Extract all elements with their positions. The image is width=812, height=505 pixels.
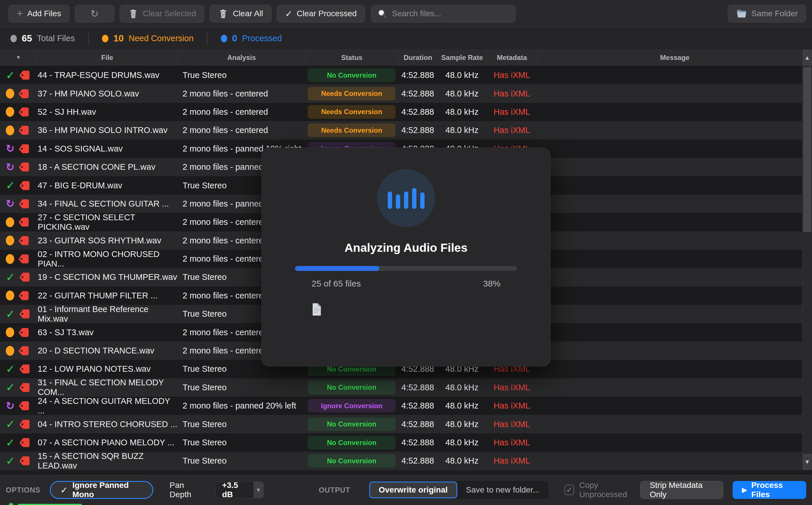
chevron-down-icon: ▾ xyxy=(254,482,264,498)
trash-icon xyxy=(218,8,228,19)
file-name: 44 - TRAP-ESQUE DRUMS.wav xyxy=(37,66,177,84)
table-row[interactable]: 52 - SJ HH.wav2 mono files - centeredNee… xyxy=(0,103,812,121)
status-badge: No Conversion xyxy=(308,436,395,449)
refresh-button[interactable]: ↻ xyxy=(75,5,115,23)
column-header-metadata[interactable]: Metadata xyxy=(486,49,537,66)
metadata-cell: Has iXML xyxy=(486,397,537,415)
table-row[interactable]: ✓15 - A SECTION SQR BUZZ LEAD.wavTrue St… xyxy=(0,452,812,470)
duration-value: 4:52.888 xyxy=(398,378,438,397)
sample-rate-value: 48.0 kHz xyxy=(438,452,486,470)
processed-count: 0 xyxy=(232,33,237,44)
blue-dot-icon xyxy=(221,35,227,42)
message-cell xyxy=(537,84,812,103)
progress-bar xyxy=(295,266,517,271)
clear-selected-button[interactable]: Clear Selected xyxy=(120,5,205,23)
duration-value: 4:52.888 xyxy=(398,84,438,103)
add-files-button[interactable]: + Add Files xyxy=(8,5,69,23)
copy-unprocessed-label: Copy Unprocessed xyxy=(579,481,640,499)
file-name: 47 - BIG E-DRUM.wav xyxy=(37,176,177,194)
table-row[interactable]: 36 - HM PIANO SOLO INTRO.wav2 mono files… xyxy=(0,121,812,139)
status-cell: Needs Conversion xyxy=(305,103,398,121)
pan-depth-dropdown[interactable]: +3.5 dB ▾ xyxy=(215,482,264,498)
clear-all-button[interactable]: Clear All xyxy=(209,5,271,23)
table-row[interactable]: ✓44 - TRAP-ESQUE DRUMS.wavTrue StereoNo … xyxy=(0,66,812,84)
table-row[interactable]: ✓04 - INTRO STEREO CHORUSED ...True Ster… xyxy=(0,415,812,433)
clear-processed-button[interactable]: ✓ Clear Processed xyxy=(277,5,365,23)
modal-title: Analyzing Audio Files xyxy=(262,241,550,255)
sample-rate-value: 48.0 kHz xyxy=(438,397,486,415)
scrollbar-thumb[interactable] xyxy=(803,67,811,232)
copy-unprocessed-checkbox[interactable]: ✓ Copy Unprocessed xyxy=(564,481,640,499)
sample-rate-value: 48.0 kHz xyxy=(438,378,486,397)
add-files-label: Add Files xyxy=(27,9,61,18)
metadata-value: Has iXML xyxy=(494,438,530,447)
ignore-panned-mono-toggle[interactable]: ✓ Ignore Panned Mono xyxy=(50,481,154,499)
same-folder-button[interactable]: Same Folder xyxy=(728,5,806,23)
need-conversion-label: Need Conversion xyxy=(129,34,194,43)
sample-rate-value: 48.0 kHz xyxy=(438,121,486,139)
message-cell xyxy=(537,158,812,176)
row-state-icons xyxy=(0,250,37,268)
table-header: ▼ File Analysis Status Duration Sample R… xyxy=(0,49,812,66)
row-state-icons xyxy=(0,84,37,103)
check-icon: ✓ xyxy=(6,382,15,393)
file-name: 27 - C SECTION SELECT PICKING.wav xyxy=(37,213,177,231)
tag-icon xyxy=(19,419,30,430)
vertical-scrollbar[interactable]: ▲ ▼ xyxy=(802,49,812,470)
metadata-value: Has iXML xyxy=(494,383,530,392)
column-header-duration[interactable]: Duration xyxy=(398,49,438,66)
column-header-message[interactable]: Message xyxy=(537,49,812,66)
divider xyxy=(88,32,89,45)
row-state-icons: ↻ xyxy=(0,397,37,415)
scroll-down-arrow-icon[interactable]: ▼ xyxy=(803,454,811,470)
checkbox-check-icon: ✓ xyxy=(564,485,574,495)
file-name: 18 - A SECTION CONE PL.wav xyxy=(37,158,177,176)
total-files-count: 65 xyxy=(22,33,32,44)
tag-icon xyxy=(19,199,29,209)
row-state-icons xyxy=(0,213,37,231)
clear-all-label: Clear All xyxy=(233,9,263,18)
metadata-value: Has iXML xyxy=(494,126,530,135)
check-icon: ✓ xyxy=(60,485,68,495)
file-name: 12 - LOW PIANO NOTES.wav xyxy=(37,360,177,378)
message-cell xyxy=(537,323,812,341)
audio-bar xyxy=(420,192,425,209)
tag-icon xyxy=(19,438,30,448)
save-to-new-folder-segment[interactable]: Save to new folder... xyxy=(457,482,548,498)
table-row[interactable]: ✓07 - A SECTION PIANO MELODY ...True Ste… xyxy=(0,434,812,452)
status-badge: Ignore Conversion xyxy=(308,399,395,412)
status-cell: No Conversion xyxy=(305,415,398,433)
needs-conversion-dot-icon xyxy=(6,346,14,356)
row-state-icons xyxy=(0,287,37,305)
tag-icon xyxy=(18,291,29,301)
analyzing-modal: Analyzing Audio Files 25 of 65 files 38% xyxy=(262,148,550,366)
status-badge: Needs Conversion xyxy=(308,87,395,101)
table-row[interactable]: 37 - HM PIANO SOLO.wav2 mono files - cen… xyxy=(0,84,812,103)
row-state-icons: ✓ xyxy=(0,360,37,378)
footer-gap xyxy=(0,470,812,475)
audio-bars-icon xyxy=(377,169,435,227)
table-row[interactable]: ↻24 - A SECTION GUITAR MELODY ...2 mono … xyxy=(0,397,812,415)
process-files-button[interactable]: ▶ Process Files xyxy=(733,481,806,499)
tag-icon xyxy=(19,70,30,80)
stat-total-files: 65 Total Files xyxy=(10,33,75,44)
metadata-value: Has iXML xyxy=(494,107,530,117)
percent-text: 38% xyxy=(483,279,500,289)
metadata-cell: Has iXML xyxy=(486,84,537,103)
column-header-sample-rate[interactable]: Sample Rate xyxy=(438,49,486,66)
column-header-file[interactable]: File xyxy=(37,49,177,66)
overwrite-original-segment[interactable]: Overwrite original xyxy=(369,482,457,498)
scroll-up-arrow-icon[interactable]: ▲ xyxy=(803,50,811,65)
needs-conversion-dot-icon xyxy=(6,327,14,337)
sort-column-header[interactable]: ▼ xyxy=(0,49,37,66)
metadata-cell: Has iXML xyxy=(486,415,537,433)
message-cell xyxy=(537,66,812,84)
table-row[interactable]: ✓31 - FINAL C SECTION MELODY COM...True … xyxy=(0,378,812,397)
plus-icon: + xyxy=(17,8,23,19)
column-header-status[interactable]: Status xyxy=(305,49,398,66)
column-header-analysis[interactable]: Analysis xyxy=(177,49,305,66)
tag-icon xyxy=(19,456,30,466)
message-cell xyxy=(537,176,812,194)
search-input[interactable]: Search files... xyxy=(371,5,516,23)
strip-metadata-only-button[interactable]: Strip Metadata Only xyxy=(640,481,723,499)
